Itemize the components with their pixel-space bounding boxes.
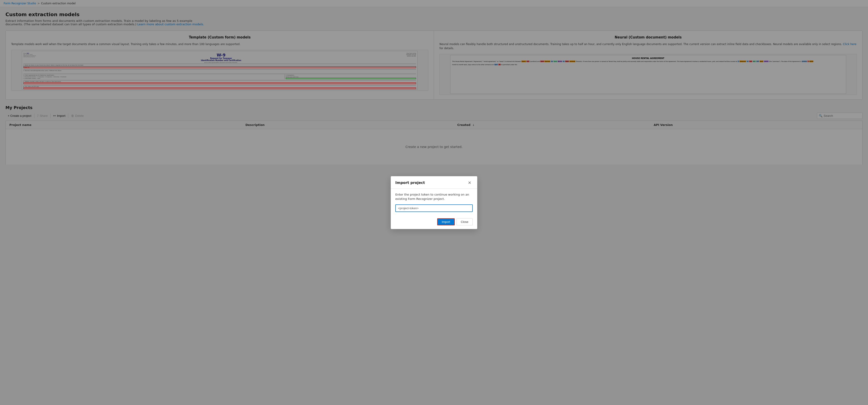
modal-title: Import project	[395, 181, 425, 185]
import-project-modal: Import project ✕ Enter the project token…	[391, 176, 477, 229]
modal-close-button[interactable]: ✕	[467, 180, 473, 186]
modal-footer: Import Close	[391, 216, 477, 229]
project-token-input[interactable]	[395, 205, 473, 212]
modal-overlay: Import project ✕ Enter the project token…	[0, 0, 868, 404]
import-confirm-button[interactable]: Import	[437, 218, 455, 225]
modal-close-secondary-button[interactable]: Close	[457, 218, 473, 225]
modal-description: Enter the project token to continue work…	[395, 192, 473, 201]
modal-body: Enter the project token to continue work…	[391, 189, 477, 216]
modal-header: Import project ✕	[391, 176, 477, 189]
